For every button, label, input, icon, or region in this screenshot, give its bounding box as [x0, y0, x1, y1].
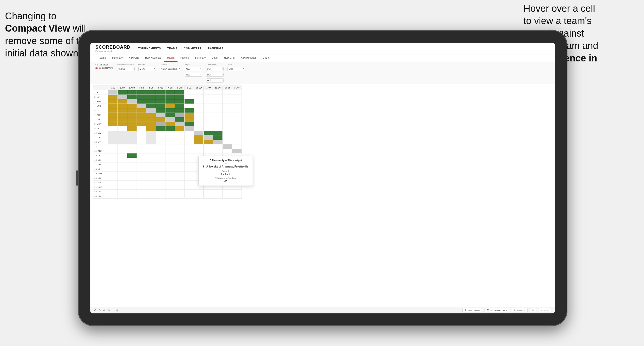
matrix-cell[interactable]	[156, 153, 165, 158]
division-select[interactable]: NCAA Division I	[160, 67, 181, 71]
matrix-cell[interactable]	[165, 140, 175, 144]
matrix-cell[interactable]	[232, 144, 242, 149]
matrix-cell[interactable]	[137, 126, 146, 131]
matrix-cell[interactable]	[223, 122, 232, 126]
matrix-cell[interactable]	[213, 122, 223, 126]
matrix-cell[interactable]	[165, 126, 175, 131]
undo-icon[interactable]: ↺	[94, 309, 96, 312]
matrix-cell[interactable]	[156, 149, 165, 153]
matrix-cell[interactable]	[137, 90, 146, 95]
conference-select-3[interactable]: (All)	[206, 78, 224, 82]
matrix-cell[interactable]	[204, 117, 213, 122]
matrix-cell[interactable]	[223, 140, 232, 144]
matrix-cell[interactable]	[232, 126, 242, 131]
matrix-cell[interactable]	[127, 122, 137, 126]
matrix-cell[interactable]	[194, 95, 204, 99]
matrix-cell[interactable]	[127, 153, 137, 158]
matrix-cell[interactable]	[165, 158, 175, 162]
matrix-cell[interactable]	[194, 135, 204, 140]
matrix-cell[interactable]	[185, 104, 194, 108]
matrix-cell[interactable]	[156, 158, 165, 162]
view-original-button[interactable]: 👁 View: Original	[462, 308, 482, 312]
matrix-cell[interactable]	[118, 158, 127, 162]
matrix-cell[interactable]	[127, 126, 137, 131]
matrix-cell[interactable]	[146, 158, 156, 162]
matrix-cell[interactable]	[232, 190, 242, 194]
matrix-cell[interactable]	[204, 149, 213, 153]
matrix-cell[interactable]	[175, 131, 185, 135]
matrix-cell[interactable]	[118, 176, 127, 181]
matrix-cell[interactable]	[137, 176, 146, 181]
matrix-cell[interactable]	[146, 108, 156, 113]
matrix-cell[interactable]	[118, 194, 127, 199]
matrix-cell[interactable]	[232, 90, 242, 95]
matrix-cell[interactable]	[127, 140, 137, 144]
matrix-cell[interactable]	[146, 113, 156, 117]
matrix-cell[interactable]	[156, 194, 165, 199]
matrix-cell[interactable]	[175, 194, 185, 199]
matrix-cell[interactable]	[127, 104, 137, 108]
matrix-cell[interactable]	[232, 122, 242, 126]
matrix-cell[interactable]	[185, 90, 194, 95]
matrix-cell[interactable]	[156, 176, 165, 181]
matrix-cell[interactable]	[108, 140, 118, 144]
region-select-2[interactable]: N/A	[185, 73, 202, 77]
matrix-cell[interactable]	[137, 190, 146, 194]
matrix-cell[interactable]	[223, 144, 232, 149]
matrix-cell[interactable]	[223, 113, 232, 117]
matrix-cell[interactable]	[137, 135, 146, 140]
matrix-cell[interactable]	[223, 135, 232, 140]
redo-icon[interactable]: ↻	[99, 309, 101, 312]
matrix-cell[interactable]	[156, 117, 165, 122]
matrix-cell[interactable]	[127, 190, 137, 194]
matrix-cell[interactable]	[213, 140, 223, 144]
matrix-cell[interactable]	[185, 144, 194, 149]
max-teams-select[interactable]: Top 50	[117, 67, 135, 71]
matrix-cell[interactable]	[194, 99, 204, 104]
matrix-cell[interactable]	[204, 190, 213, 194]
share-button[interactable]: ↗ Share	[539, 308, 551, 312]
matrix-cell[interactable]	[118, 99, 127, 104]
matrix-cell[interactable]	[127, 181, 137, 185]
matrix-cell[interactable]	[137, 104, 146, 108]
matrix-cell[interactable]	[213, 113, 223, 117]
matrix-cell[interactable]	[165, 144, 175, 149]
matrix-cell[interactable]	[165, 131, 175, 135]
matrix-cell[interactable]	[156, 144, 165, 149]
matrix-cell[interactable]	[127, 149, 137, 153]
matrix-cell[interactable]	[175, 171, 185, 176]
matrix-cell[interactable]	[185, 122, 194, 126]
matrix-cell[interactable]	[204, 140, 213, 144]
matrix-cell[interactable]	[156, 185, 165, 190]
matrix-cell[interactable]	[223, 194, 232, 199]
matrix-cell[interactable]	[146, 181, 156, 185]
matrix-cell[interactable]	[194, 90, 204, 95]
matrix-cell[interactable]	[156, 90, 165, 95]
zoom-out-icon[interactable]: ⊖	[108, 309, 110, 312]
matrix-cell[interactable]	[108, 190, 118, 194]
matrix-cell[interactable]	[137, 122, 146, 126]
matrix-cell[interactable]	[127, 108, 137, 113]
matrix-cell[interactable]	[118, 149, 127, 153]
matrix-cell[interactable]	[127, 194, 137, 199]
matrix-cell[interactable]	[223, 104, 232, 108]
matrix-cell[interactable]	[137, 95, 146, 99]
matrix-cell[interactable]	[127, 99, 137, 104]
subnav-players-summary[interactable]: Summary	[192, 54, 209, 62]
matrix-cell[interactable]	[194, 144, 204, 149]
matrix-cell[interactable]	[175, 90, 185, 95]
region-select-1[interactable]: N/A	[185, 67, 202, 71]
matrix-cell[interactable]	[204, 95, 213, 99]
matrix-cell[interactable]	[185, 167, 194, 171]
matrix-cell[interactable]	[118, 113, 127, 117]
matrix-cell[interactable]	[156, 99, 165, 104]
matrix-cell[interactable]	[165, 171, 175, 176]
matrix-cell[interactable]	[165, 135, 175, 140]
matrix-cell[interactable]	[118, 140, 127, 144]
matrix-cell[interactable]	[127, 90, 137, 95]
matrix-cell[interactable]	[204, 194, 213, 199]
matrix-cell[interactable]	[165, 176, 175, 181]
matrix-cell[interactable]	[185, 176, 194, 181]
matrix-cell[interactable]	[185, 181, 194, 185]
matrix-cell[interactable]	[213, 190, 223, 194]
